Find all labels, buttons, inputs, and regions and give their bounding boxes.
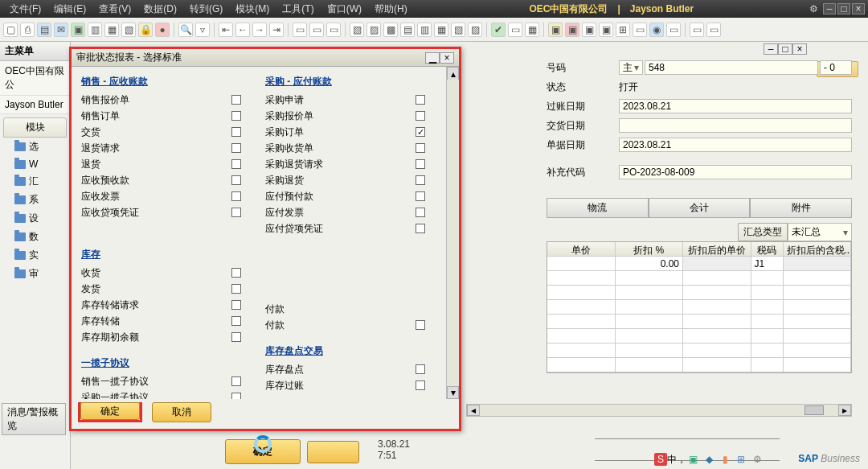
tb-n-icon[interactable]: ▭ (706, 23, 721, 37)
chk-inv-4[interactable] (231, 332, 241, 342)
maximize-icon[interactable]: □ (837, 3, 850, 14)
chk-sales-1[interactable] (231, 111, 241, 121)
field-code-suffix[interactable]: - 0 (820, 60, 852, 75)
tb-save-icon[interactable]: ▣ (71, 23, 85, 37)
field-deliverdate[interactable] (619, 118, 852, 133)
tb-report-icon[interactable]: ▨ (366, 23, 381, 37)
tray-1-icon[interactable]: ▣ (686, 453, 699, 466)
col-discountprice[interactable]: 折扣后的单价 (683, 242, 751, 257)
tb-new-icon[interactable]: ▢ (3, 23, 18, 37)
cancel-button[interactable]: 取消 (152, 402, 211, 422)
scroll-down-icon[interactable]: ▾ (447, 386, 459, 399)
tb-b-icon[interactable]: ▥ (417, 23, 432, 37)
menu-file[interactable]: 文件(F) (3, 1, 47, 18)
tb-h-icon[interactable]: ▣ (565, 23, 579, 37)
chk-stock-0[interactable] (416, 364, 425, 374)
tb-doc3-icon[interactable]: ▭ (326, 23, 341, 37)
tree-item-7[interactable]: 审 (0, 265, 70, 283)
tb-l-icon[interactable]: ▭ (666, 23, 681, 37)
chk-pur-5[interactable] (416, 175, 425, 185)
cell-price[interactable] (547, 257, 616, 271)
tb-cal-icon[interactable]: ▦ (525, 23, 539, 37)
tb-layout-icon[interactable]: ▩ (383, 23, 398, 37)
subwin-close-icon[interactable]: × (792, 43, 807, 55)
menu-module[interactable]: 模块(M) (229, 1, 276, 18)
chk-sales-4[interactable] (231, 159, 241, 169)
tb-chart-icon[interactable]: ▧ (350, 23, 364, 37)
col-taxprice[interactable]: 折扣后的含税... (784, 242, 852, 257)
chk-pur-0[interactable] (416, 95, 425, 105)
tb-e-icon[interactable]: ▨ (468, 23, 482, 37)
tb-prev-icon[interactable]: ← (235, 23, 250, 37)
tray-3-icon[interactable]: ▮ (719, 453, 731, 466)
chk-pur-7[interactable] (416, 208, 425, 217)
tb-export-icon[interactable]: ▥ (88, 23, 102, 37)
grid-row[interactable] (547, 344, 851, 358)
grid-row[interactable] (547, 358, 851, 372)
tb-find-icon[interactable]: 🔍 (178, 23, 193, 37)
chk-stock-1[interactable] (416, 381, 425, 390)
col-price[interactable]: 单价 (547, 242, 616, 257)
tb-c-icon[interactable]: ▦ (434, 23, 448, 37)
chk-inv-2[interactable] (231, 300, 241, 310)
tb-doc1-icon[interactable]: ▭ (293, 23, 307, 37)
grid-row[interactable]: 0.00 J1 (547, 257, 851, 271)
chk-agree-1[interactable] (231, 393, 241, 399)
cell-discount[interactable]: 0.00 (616, 257, 684, 271)
chk-inv-0[interactable] (231, 268, 241, 278)
tb-tree-icon[interactable]: ⊞ (616, 23, 630, 37)
tab-attach[interactable]: 附件 (750, 198, 852, 217)
ok-button[interactable]: 确定 (80, 402, 140, 420)
grid-row[interactable] (547, 315, 851, 329)
grid-row[interactable] (547, 300, 851, 315)
field-postdate[interactable]: 2023.08.21 (619, 99, 852, 113)
tb-pdf-icon[interactable]: ▧ (121, 23, 136, 37)
tb-j-icon[interactable]: ▣ (599, 23, 613, 37)
tb-doc2-icon[interactable]: ▭ (309, 23, 324, 37)
menu-window[interactable]: 窗口(W) (321, 1, 368, 18)
scroll-thumb[interactable] (805, 405, 824, 415)
tab-logistics[interactable]: 物流 (547, 198, 649, 217)
tray-5-icon[interactable]: ⚙ (751, 453, 764, 466)
tree-item-2[interactable]: 汇 (0, 172, 70, 191)
cell-taxprice[interactable] (784, 257, 852, 271)
field-docdate[interactable]: 2023.08.21 (619, 138, 852, 152)
close-icon[interactable]: × (852, 3, 865, 14)
chk-inv-1[interactable] (231, 284, 241, 294)
menu-help[interactable]: 帮助(H) (368, 1, 414, 18)
message-bar[interactable]: 消息/警报概览 (2, 403, 66, 435)
chk-sales-5[interactable] (231, 175, 241, 185)
secondary-button[interactable] (307, 441, 359, 463)
tb-g-icon[interactable]: ▣ (548, 23, 563, 37)
dialog-min-icon[interactable]: ▁ (425, 52, 440, 64)
confirm-button[interactable]: 确定 (225, 439, 301, 464)
settings-icon[interactable]: ⚙ (809, 3, 818, 14)
tb-first-icon[interactable]: ⇤ (219, 23, 233, 37)
chk-pur-8[interactable] (416, 224, 425, 233)
tree-item-3[interactable]: 系 (0, 191, 70, 209)
tb-preview-icon[interactable]: ▤ (37, 23, 51, 37)
tree-item-6[interactable]: 实 (0, 246, 70, 265)
grid-row[interactable] (547, 286, 851, 300)
scroll-up-icon[interactable]: ▴ (447, 67, 459, 80)
cell-tax[interactable]: J1 (751, 257, 784, 271)
tray-4-icon[interactable]: ⊞ (735, 453, 747, 466)
sidebar-tab-module[interactable]: 模块 (3, 117, 67, 138)
tb-globe-icon[interactable]: ◉ (649, 23, 664, 37)
subwin-min-icon[interactable]: – (764, 43, 778, 55)
chk-agree-0[interactable] (231, 376, 241, 386)
chk-pur-6[interactable] (416, 191, 425, 201)
tb-m-icon[interactable]: ▭ (690, 23, 704, 37)
grid-hscroll[interactable]: ◂ ▸ (466, 404, 852, 417)
cell-discountprice[interactable] (683, 257, 751, 271)
scroll-left-icon[interactable]: ◂ (467, 405, 480, 416)
tb-print-icon[interactable]: ⎙ (20, 23, 35, 37)
tb-k-icon[interactable]: ▭ (633, 23, 647, 37)
chk-pay-1[interactable] (416, 320, 425, 330)
chk-pur-1[interactable] (416, 111, 425, 121)
dialog-close-icon[interactable]: × (440, 52, 454, 64)
tb-filter-icon[interactable]: ▿ (195, 23, 210, 37)
menu-edit[interactable]: 编辑(E) (47, 1, 92, 18)
tb-i-icon[interactable]: ▣ (582, 23, 596, 37)
grid-row[interactable] (547, 271, 851, 286)
